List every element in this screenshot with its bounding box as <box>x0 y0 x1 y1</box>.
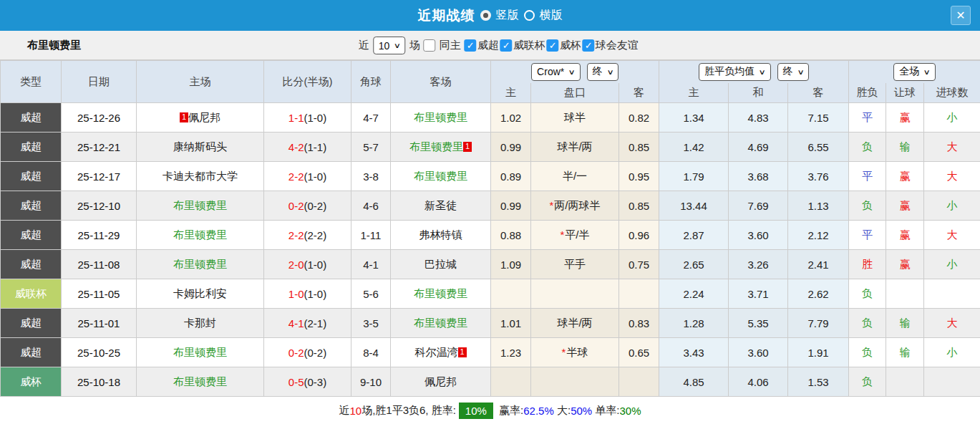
match-type-badge: 威超 <box>1 103 62 132</box>
handicap-result: 输 <box>886 309 924 338</box>
avg-away-odds: 7.79 <box>788 309 849 338</box>
same-home-checkbox[interactable] <box>424 39 436 52</box>
match-count-select[interactable]: 10 ∨ <box>373 37 406 54</box>
subheader-handicap-result: 让球 <box>886 83 924 103</box>
goals-result <box>924 279 980 309</box>
avg-time-value: 终 <box>783 65 793 78</box>
home-odds: 1.02 <box>491 103 531 132</box>
league-checkbox[interactable]: ✓ <box>583 39 595 52</box>
home-team: 康纳斯码头 <box>137 132 264 162</box>
halftime-score: (1-1) <box>304 141 327 153</box>
team-label: 布里顿费里 <box>414 170 467 182</box>
handicap-result <box>886 279 924 309</box>
avg-draw-odds: 3.68 <box>729 162 788 191</box>
home-odds: 1.01 <box>491 309 531 338</box>
league-filter-item: ✓威超 <box>465 39 499 52</box>
close-button[interactable]: ✕ <box>951 6 971 25</box>
match-score: 2-2(2-2) <box>264 221 351 250</box>
halftime-score: (0-2) <box>304 347 327 359</box>
avg-home-odds: 3.43 <box>659 338 729 367</box>
home-odds: 0.99 <box>491 132 531 162</box>
match-row: 威超25-10-25布里顿费里0-2(0-2)8-4科尔温湾11.23*半球0.… <box>1 338 980 367</box>
league-filter-item: ✓威杯 <box>547 39 581 52</box>
col-header-corner: 角球 <box>351 61 391 103</box>
team-label: 康纳斯码头 <box>173 140 227 153</box>
team-label: 布里顿费里 <box>409 140 463 153</box>
layout-radio-horizontal-label[interactable]: 横版 <box>540 8 563 23</box>
away-team: 布里顿费里 <box>391 162 491 191</box>
avg-draw-odds: 3.71 <box>729 279 788 309</box>
chevron-down-icon: ∨ <box>923 68 931 76</box>
match-date: 25-10-18 <box>62 367 137 397</box>
corner-score: 5-6 <box>351 279 391 309</box>
away-team: 佩尼邦 <box>391 367 491 397</box>
summary-text-part: 场,胜1平3负6, 胜率: <box>362 404 456 418</box>
avg-away-odds: 6.55 <box>788 132 849 162</box>
summary-bar: 近10场,胜1平3负6, 胜率:10% 赢率:62.5% 大:50% 单率:30… <box>0 397 980 424</box>
match-score: 2-0(1-0) <box>264 250 351 279</box>
league-label: 威杯 <box>560 39 581 52</box>
match-type-badge: 威超 <box>1 309 62 338</box>
match-row: 威联杯25-11-05卡姆比利安1-0(1-0)5-6布里顿费里2.243.71… <box>1 279 980 309</box>
scope-select[interactable]: 全场 ∨ <box>893 63 935 81</box>
team-label: 布里顿费里 <box>173 199 227 211</box>
fulltime-score: 0-5 <box>288 376 304 388</box>
avg-home-odds: 1.79 <box>659 162 729 191</box>
filter-controls: 近 10 ∨ 场 同主 ✓威超✓威联杯✓威杯✓球会友谊 <box>359 31 639 60</box>
outcome-result: 负 <box>849 132 886 162</box>
league-checkbox[interactable]: ✓ <box>465 39 477 52</box>
avg-draw-odds: 4.69 <box>729 132 788 162</box>
avg-odds-select[interactable]: 胜平负均值 ∨ <box>699 63 770 81</box>
avg-away-odds: 3.76 <box>788 162 849 191</box>
subheader-odds-away: 客 <box>619 83 659 103</box>
match-date: 25-12-10 <box>62 191 137 221</box>
chevron-down-icon: ∨ <box>606 68 613 76</box>
handicap-result: 赢 <box>886 221 924 250</box>
outcome-result: 平 <box>849 103 886 132</box>
results-table: 类型 日期 主场 比分(半场) 角球 客场 Crow* ∨ 终 ∨ <box>0 60 980 397</box>
home-odds: 0.99 <box>491 191 531 221</box>
outcome-result: 平 <box>849 162 886 191</box>
layout-radio-vertical[interactable] <box>480 10 491 21</box>
avg-time-select[interactable]: 终 ∨ <box>777 63 809 81</box>
games-label: 场 <box>409 39 420 52</box>
league-checkbox[interactable]: ✓ <box>500 39 513 52</box>
team-label: 布里顿费里 <box>173 375 227 387</box>
goals-result: 小 <box>924 250 980 279</box>
halftime-score: (0-3) <box>304 376 327 388</box>
subheader-goals: 进球数 <box>924 83 980 103</box>
match-date: 25-11-29 <box>62 221 137 250</box>
odds-time-value: 终 <box>593 65 603 78</box>
away-team: 新圣徒 <box>391 191 491 221</box>
results-body: 威超25-12-261佩尼邦1-1(1-0)4-7布里顿费里1.02球半0.82… <box>1 103 980 397</box>
corner-score: 9-10 <box>351 367 391 397</box>
summary-text-part: 单率: <box>592 404 619 418</box>
layout-radio-vertical-label[interactable]: 竖版 <box>496 8 519 23</box>
home-team: 卡那封 <box>137 309 264 338</box>
titlebar: 近期战绩 竖版 横版 ✕ <box>0 0 980 31</box>
outcome-result: 平 <box>849 221 886 250</box>
league-label: 威超 <box>477 39 499 52</box>
handicap: 平手 <box>531 250 619 279</box>
odds-company-select[interactable]: Crow* ∨ <box>531 63 580 81</box>
avg-away-odds: 1.91 <box>788 338 849 367</box>
away-team: 巴拉城 <box>391 250 491 279</box>
halftime-score: (1-0) <box>304 170 327 183</box>
odds-time-select[interactable]: 终 ∨ <box>587 63 618 81</box>
goals-result <box>924 367 980 397</box>
home-team: 布里顿费里 <box>137 338 264 367</box>
layout-radio-horizontal[interactable] <box>524 10 535 21</box>
away-team: 布里顿费里1 <box>391 132 491 162</box>
match-date: 25-12-21 <box>62 132 137 162</box>
goals-result: 大 <box>924 162 980 191</box>
filterbar: 布里顿费里 近 10 ∨ 场 同主 ✓威超✓威联杯✓威杯✓球会友谊 <box>0 31 980 60</box>
handicap-result: 赢 <box>886 103 924 132</box>
match-score: 4-2(1-1) <box>264 132 351 162</box>
match-type-badge: 威杯 <box>1 367 62 397</box>
team-label: 科尔温湾 <box>415 346 458 358</box>
league-checkbox[interactable]: ✓ <box>547 39 559 52</box>
chevron-down-icon: ∨ <box>797 68 804 76</box>
col-header-date: 日期 <box>62 61 137 103</box>
handicap-result: 赢 <box>886 191 924 221</box>
summary-text-part: 10 <box>349 405 362 417</box>
